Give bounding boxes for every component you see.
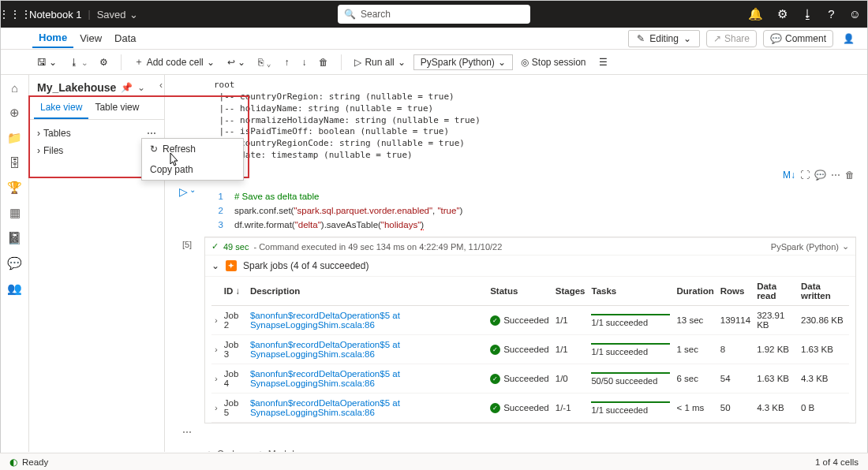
tab-table-view[interactable]: Table view <box>88 97 145 119</box>
folder-icon[interactable]: 📁 <box>7 131 22 145</box>
format-list-icon[interactable]: ☰ <box>594 54 612 71</box>
add-markdown-button[interactable]: ＋ Markdown <box>256 447 312 452</box>
chevron-down-icon[interactable]: ⌄ <box>211 260 219 271</box>
refresh-icon: ↻ <box>150 144 158 155</box>
kernel-info[interactable]: PySpark (Python) ⌄ <box>771 241 849 252</box>
spark-icon: ✦ <box>226 260 237 271</box>
help-icon[interactable]: ? <box>828 7 834 21</box>
success-icon: ✓ <box>490 315 500 326</box>
pin-icon[interactable]: 📌 <box>121 82 133 93</box>
column-header[interactable] <box>211 277 221 306</box>
trophy-icon[interactable]: 🏆 <box>7 181 22 195</box>
code-editor[interactable]: 1# Save as delta table 2spark.conf.set("… <box>204 185 856 237</box>
tab-lake-view[interactable]: Lake view <box>34 97 88 119</box>
chevron-down-icon: ⌄ <box>842 241 849 252</box>
smile-icon[interactable]: ☺ <box>849 7 861 21</box>
title-divider: | <box>88 9 91 20</box>
column-header[interactable]: ID ↓ <box>221 277 247 306</box>
add-code-cell-button[interactable]: ＋ Add code cell ⌄ <box>129 52 219 72</box>
markdown-badge[interactable]: M↓ <box>783 170 795 181</box>
column-header[interactable]: Description <box>247 277 487 306</box>
run-cell-icon[interactable]: ▷ <box>179 185 188 237</box>
job-description-link[interactable]: $anonfun$recordDeltaOperation$5 at Synap… <box>247 306 487 335</box>
search-input[interactable]: 🔍 Search <box>338 5 530 24</box>
job-row: › Job 4 $anonfun$recordDeltaOperation$5 … <box>211 364 849 394</box>
notebook-title[interactable]: Notebook 1 <box>29 9 82 21</box>
delete-icon[interactable]: 🗑 <box>314 54 333 71</box>
stop-session-button[interactable]: ◎ Stop session <box>516 54 591 71</box>
tab-view[interactable]: View <box>73 29 108 47</box>
tab-data[interactable]: Data <box>108 29 142 47</box>
move-up-icon[interactable]: ↑ <box>279 54 294 71</box>
more-icon[interactable]: ⋯ <box>147 128 156 139</box>
editing-mode-button[interactable]: ✎ Editing ⌄ <box>628 30 700 47</box>
column-header[interactable]: Stages <box>552 277 589 306</box>
chevron-right-icon[interactable]: › <box>211 306 221 335</box>
download-icon[interactable]: ⭳ <box>802 7 814 21</box>
database-icon[interactable]: 🗄 <box>9 156 21 170</box>
schema-output: root |-- countryOrRegion: string (nullab… <box>170 80 856 162</box>
more-icon[interactable]: ⋯ <box>831 170 840 181</box>
check-icon: ✓ <box>211 241 219 252</box>
copy-icon[interactable]: ⎘ ⌄ <box>253 54 276 71</box>
spark-jobs-table: ID ↓DescriptionStatusStagesTasksDuration… <box>211 277 849 423</box>
cell-index: [5] <box>182 240 192 423</box>
kernel-selector[interactable]: PySpark (Python) ⌄ <box>413 54 513 70</box>
move-down-icon[interactable]: ↓ <box>297 54 311 71</box>
people-icon[interactable]: 👥 <box>7 282 22 296</box>
download-icon[interactable]: ⭳ ⌄ <box>65 54 91 71</box>
column-header[interactable]: Tasks <box>588 277 673 306</box>
chevron-down-icon: ⌄ <box>683 33 691 44</box>
comment-icon[interactable]: 💬 <box>814 170 826 181</box>
people-icon[interactable]: 👤 <box>840 33 858 44</box>
chat-icon[interactable]: 💬 <box>7 256 22 270</box>
column-header[interactable]: Data read <box>754 277 798 306</box>
column-header[interactable]: Data written <box>798 277 849 306</box>
share-button[interactable]: ↗ Share <box>706 30 757 47</box>
job-row: › Job 3 $anonfun$recordDeltaOperation$5 … <box>211 335 849 364</box>
context-copy-path[interactable]: Copy path <box>142 159 243 180</box>
status-ready: Ready <box>22 457 48 467</box>
ready-icon: ◐ <box>9 457 17 468</box>
undo-icon[interactable]: ↩ ⌄ <box>223 54 250 71</box>
chevron-right-icon[interactable]: › <box>211 364 221 394</box>
app-grid-icon[interactable]: ⋮⋮⋮ <box>7 6 23 22</box>
save-icon[interactable]: 🖫 ⌄ <box>32 54 62 71</box>
apps-icon[interactable]: ▦ <box>9 206 21 220</box>
collapse-sidebar-icon[interactable]: ‹ <box>159 80 163 91</box>
share-icon: ↗ <box>713 33 721 44</box>
job-description-link[interactable]: $anonfun$recordDeltaOperation$5 at Synap… <box>247 335 487 364</box>
job-row: › Job 2 $anonfun$recordDeltaOperation$5 … <box>211 306 849 335</box>
exec-time: 49 sec <box>223 242 249 252</box>
job-description-link[interactable]: $anonfun$recordDeltaOperation$5 at Synap… <box>247 364 487 394</box>
context-menu: ↻ Refresh Copy path <box>141 138 244 181</box>
context-refresh[interactable]: ↻ Refresh <box>142 139 243 159</box>
expand-icon[interactable]: ⛶ <box>800 170 810 181</box>
cell-position: 1 of 4 cells <box>815 457 859 467</box>
job-row: › Job 5 $anonfun$recordDeltaOperation$5 … <box>211 394 849 423</box>
chevron-down-icon[interactable]: ⌄ <box>189 185 196 237</box>
chevron-right-icon: › <box>37 145 40 156</box>
column-header[interactable]: Duration <box>673 277 716 306</box>
tab-home[interactable]: Home <box>32 28 73 48</box>
comment-button[interactable]: 💬 Comment <box>763 30 833 47</box>
add-code-button[interactable]: ＋ Code <box>204 447 240 452</box>
column-header[interactable]: Rows <box>717 277 754 306</box>
job-description-link[interactable]: $anonfun$recordDeltaOperation$5 at Synap… <box>247 394 487 423</box>
chevron-down-icon[interactable]: ⌄ <box>137 82 145 93</box>
exec-detail: - Command executed in 49 sec 134 ms on 4… <box>253 242 502 252</box>
saved-status[interactable]: Saved ⌄ <box>97 9 138 21</box>
delete-icon[interactable]: 🗑 <box>845 170 855 181</box>
add-icon[interactable]: ⊕ <box>9 106 20 120</box>
chevron-right-icon[interactable]: › <box>211 394 221 423</box>
column-header[interactable]: Status <box>487 277 552 306</box>
spark-jobs-header: Spark jobs (4 of 4 succeeded) <box>243 260 369 271</box>
settings-icon[interactable]: ⚙ <box>95 54 113 71</box>
bell-icon[interactable]: 🔔 <box>748 7 763 21</box>
book-icon[interactable]: 📓 <box>7 231 22 245</box>
gear-icon[interactable]: ⚙ <box>777 7 788 21</box>
home-icon[interactable]: ⌂ <box>11 81 18 95</box>
run-all-button[interactable]: ▷ Run all ⌄ <box>350 54 410 71</box>
chevron-right-icon[interactable]: › <box>211 335 221 364</box>
chevron-right-icon: › <box>37 128 40 139</box>
